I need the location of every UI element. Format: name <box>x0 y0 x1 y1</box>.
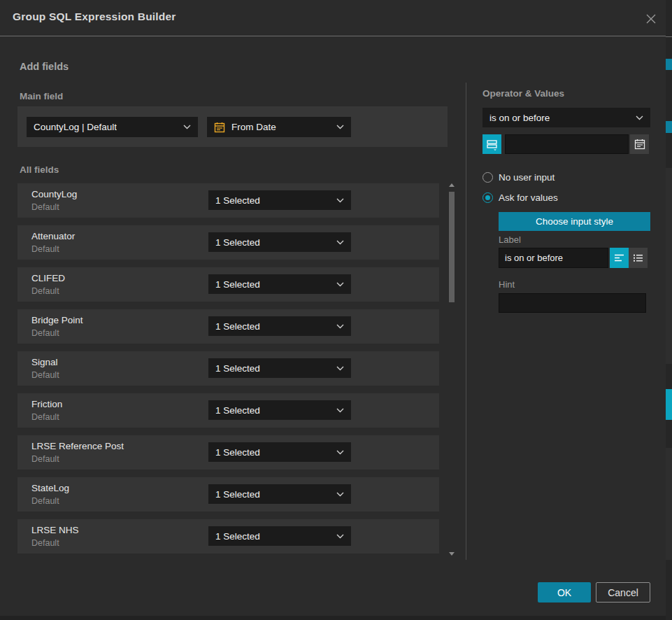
bullet-list-icon <box>633 253 643 262</box>
field-selection-dropdown[interactable]: 1 Selected <box>208 484 351 504</box>
field-selection-dropdown[interactable]: 1 Selected <box>208 190 351 210</box>
fields-list-scrollbar[interactable] <box>448 181 455 558</box>
all-fields-list: CountyLog Default 1 Selected Attenuator … <box>17 183 439 561</box>
panel-divider <box>466 83 466 560</box>
field-layer-name: Default <box>31 496 59 506</box>
field-layer-name: Default <box>31 370 59 380</box>
field-selection-dropdown[interactable]: 1 Selected <box>208 316 351 336</box>
date-field-calendar-icon <box>214 122 225 133</box>
main-date-field-dropdown[interactable]: From Date <box>207 117 351 137</box>
dialog-titlebar: Group SQL Expression Builder <box>0 0 666 36</box>
field-name: Friction <box>31 399 62 409</box>
field-layer-name: Default <box>31 538 59 548</box>
field-row: Signal Default 1 Selected <box>17 351 439 386</box>
background-sliver-right <box>666 0 672 620</box>
chevron-down-icon <box>336 408 344 413</box>
chevron-down-icon <box>336 240 344 245</box>
list-input-style-button[interactable] <box>629 248 648 268</box>
chevron-down-icon <box>336 125 344 129</box>
field-selection-dropdown[interactable]: 1 Selected <box>208 400 351 420</box>
field-selection-value: 1 Selected <box>215 195 260 206</box>
chevron-down-icon <box>336 534 344 539</box>
main-field-dropdown-value: CountyLog | Default <box>34 122 117 132</box>
field-name: Attenuator <box>31 231 75 241</box>
field-row: CLIFED Default 1 Selected <box>17 267 439 302</box>
field-selection-value: 1 Selected <box>215 363 260 374</box>
label-input[interactable] <box>499 248 608 268</box>
field-name: LRSE NHS <box>31 525 79 535</box>
label-field-caption: Label <box>499 234 521 245</box>
operator-values-heading: Operator & Values <box>482 88 564 99</box>
field-name: Signal <box>31 357 58 367</box>
field-row: Friction Default 1 Selected <box>17 393 439 428</box>
value-input[interactable] <box>505 134 629 154</box>
field-row: Bridge Point Default 1 Selected <box>17 309 439 344</box>
radio-icon <box>482 192 493 203</box>
radio-option[interactable]: No user input <box>482 171 650 183</box>
field-selection-dropdown[interactable]: 1 Selected <box>208 232 351 252</box>
close-button[interactable] <box>642 10 660 28</box>
main-field-label: Main field <box>20 91 63 101</box>
operator-dropdown[interactable]: is on or before <box>482 108 650 127</box>
chevron-down-icon <box>336 198 344 203</box>
field-layer-name: Default <box>31 412 59 422</box>
radio-icon <box>482 172 493 183</box>
align-left-lines-icon <box>614 253 624 262</box>
scroll-up-arrow-icon[interactable] <box>449 183 455 187</box>
ok-button[interactable]: OK <box>538 582 591 603</box>
operator-dropdown-value: is on or before <box>489 113 550 123</box>
field-selection-dropdown[interactable]: 1 Selected <box>208 358 351 378</box>
field-selection-value: 1 Selected <box>215 531 260 542</box>
chevron-down-icon <box>336 282 344 287</box>
field-layer-name: Default <box>31 454 59 464</box>
field-selection-dropdown[interactable]: 1 Selected <box>208 526 351 546</box>
chevron-down-icon <box>336 366 344 371</box>
field-row: LRSE NHS Default 1 Selected <box>17 519 439 554</box>
group-sql-expression-builder-dialog: Group SQL Expression Builder Add fields … <box>0 0 666 616</box>
radio-option-label: Ask for values <box>499 192 558 203</box>
field-selection-value: 1 Selected <box>215 321 260 332</box>
main-field-dropdown[interactable]: CountyLog | Default <box>27 117 198 137</box>
field-name: StateLog <box>31 483 69 493</box>
field-selection-value: 1 Selected <box>215 279 260 290</box>
choose-input-style-button[interactable]: Choose input style <box>499 212 650 231</box>
field-name: Bridge Point <box>31 315 83 325</box>
field-layer-name: Default <box>31 244 59 254</box>
set-value-from-dataset-button[interactable] <box>482 134 501 154</box>
field-selection-value: 1 Selected <box>215 237 260 248</box>
scroll-down-arrow-icon[interactable] <box>449 552 455 556</box>
chevron-down-icon <box>636 115 643 120</box>
date-picker-button[interactable] <box>630 134 649 154</box>
field-row: LRSE Reference Post Default 1 Selected <box>17 435 439 470</box>
chevron-down-icon <box>336 492 344 497</box>
chevron-down-icon <box>336 450 344 455</box>
dialog-title: Group SQL Expression Builder <box>13 10 176 23</box>
field-row: StateLog Default 1 Selected <box>17 477 439 512</box>
field-selection-value: 1 Selected <box>215 447 260 458</box>
close-icon <box>645 13 657 24</box>
chevron-down-icon <box>183 125 191 129</box>
field-layer-name: Default <box>31 328 59 338</box>
single-value-input-style-button[interactable] <box>610 248 629 268</box>
field-selection-value: 1 Selected <box>215 405 260 416</box>
field-selection-value: 1 Selected <box>215 489 260 500</box>
main-date-field-value: From Date <box>231 122 276 132</box>
field-name: LRSE Reference Post <box>31 441 124 451</box>
field-selection-dropdown[interactable]: 1 Selected <box>208 274 351 294</box>
user-input-radio-group: No user input Ask for values <box>482 171 650 212</box>
calendar-icon <box>634 139 645 150</box>
cancel-button[interactable]: Cancel <box>596 582 650 603</box>
field-row: CountyLog Default 1 Selected <box>17 183 439 218</box>
hint-input[interactable] <box>499 293 646 313</box>
radio-option[interactable]: Ask for values <box>482 192 650 203</box>
field-layer-name: Default <box>31 202 59 212</box>
radio-option-label: No user input <box>499 172 555 183</box>
hint-field-caption: Hint <box>499 279 515 290</box>
background-sliver-bottom <box>0 616 666 620</box>
add-fields-heading: Add fields <box>20 61 69 72</box>
field-layer-name: Default <box>31 286 59 296</box>
scrollbar-thumb[interactable] <box>449 192 455 302</box>
chevron-down-icon <box>336 324 344 329</box>
field-row: Attenuator Default 1 Selected <box>17 225 439 260</box>
field-selection-dropdown[interactable]: 1 Selected <box>208 442 351 462</box>
